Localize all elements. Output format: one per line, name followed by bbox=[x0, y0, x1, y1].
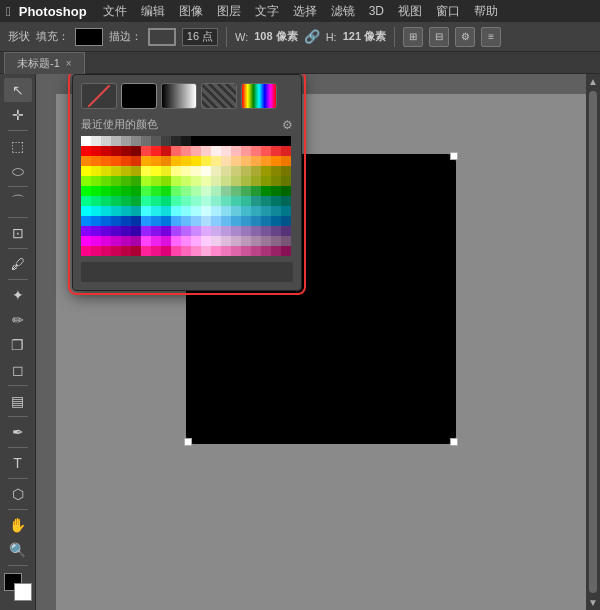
swatch-cell[interactable] bbox=[141, 166, 151, 176]
tool-marquee-ellipse[interactable]: ⬭ bbox=[4, 159, 32, 183]
swatch-cell[interactable] bbox=[281, 156, 291, 166]
menu-help[interactable]: 帮助 bbox=[468, 1, 504, 22]
swatch-cell[interactable] bbox=[81, 166, 91, 176]
swatch-cell[interactable] bbox=[91, 176, 101, 186]
swatch-cell[interactable] bbox=[201, 166, 211, 176]
swatch-cell[interactable] bbox=[151, 236, 161, 246]
swatch-cell[interactable] bbox=[151, 166, 161, 176]
swatch-cell[interactable] bbox=[81, 246, 91, 256]
swatch-cell[interactable] bbox=[251, 196, 261, 206]
swatch-cell[interactable] bbox=[91, 236, 101, 246]
swatch-cell[interactable] bbox=[221, 196, 231, 206]
swatch-cell[interactable] bbox=[181, 226, 191, 236]
solid-fill-button[interactable] bbox=[121, 83, 157, 109]
swatch-cell[interactable] bbox=[241, 156, 251, 166]
swatch-cell[interactable] bbox=[211, 186, 221, 196]
stroke-color-swatch[interactable] bbox=[148, 28, 176, 46]
swatch-cell[interactable] bbox=[251, 156, 261, 166]
swatch-cell[interactable] bbox=[241, 166, 251, 176]
swatch-cell[interactable] bbox=[181, 236, 191, 246]
swatch-cell[interactable] bbox=[101, 196, 111, 206]
swatch-cell[interactable] bbox=[231, 246, 241, 256]
swatch-cell[interactable] bbox=[271, 136, 281, 146]
swatch-cell[interactable] bbox=[101, 186, 111, 196]
swatch-cell[interactable] bbox=[251, 226, 261, 236]
swatch-cell[interactable] bbox=[251, 246, 261, 256]
swatch-cell[interactable] bbox=[191, 156, 201, 166]
swatch-cell[interactable] bbox=[261, 136, 271, 146]
swatch-cell[interactable] bbox=[181, 156, 191, 166]
arrange-btn[interactable]: ⊟ bbox=[429, 27, 449, 47]
swatch-cell[interactable] bbox=[181, 246, 191, 256]
swatch-cell[interactable] bbox=[281, 246, 291, 256]
swatch-cell[interactable] bbox=[91, 186, 101, 196]
swatch-cell[interactable] bbox=[191, 226, 201, 236]
swatch-cell[interactable] bbox=[221, 156, 231, 166]
swatch-cell[interactable] bbox=[231, 236, 241, 246]
swatch-cell[interactable] bbox=[251, 166, 261, 176]
popup-settings-icon[interactable]: ⚙ bbox=[282, 118, 293, 132]
swatch-cell[interactable] bbox=[231, 136, 241, 146]
swatch-cell[interactable] bbox=[111, 136, 121, 146]
transform-handle-bottom-right[interactable] bbox=[450, 438, 458, 446]
swatch-cell[interactable] bbox=[141, 246, 151, 256]
swatch-cell[interactable] bbox=[151, 246, 161, 256]
swatch-cell[interactable] bbox=[241, 136, 251, 146]
swatch-cell[interactable] bbox=[121, 186, 131, 196]
swatch-cell[interactable] bbox=[211, 176, 221, 186]
scroll-down-arrow[interactable]: ▼ bbox=[586, 595, 600, 610]
swatch-cell[interactable] bbox=[81, 136, 91, 146]
swatch-cell[interactable] bbox=[121, 236, 131, 246]
swatch-cell[interactable] bbox=[281, 146, 291, 156]
swatch-cell[interactable] bbox=[151, 226, 161, 236]
swatch-cell[interactable] bbox=[151, 176, 161, 186]
swatch-cell[interactable] bbox=[281, 206, 291, 216]
swatch-cell[interactable] bbox=[241, 226, 251, 236]
fg-bg-color-swatches[interactable] bbox=[4, 573, 32, 601]
swatch-cell[interactable] bbox=[271, 176, 281, 186]
swatch-cell[interactable] bbox=[111, 166, 121, 176]
swatch-cell[interactable] bbox=[271, 246, 281, 256]
swatch-cell[interactable] bbox=[151, 146, 161, 156]
swatch-cell[interactable] bbox=[261, 216, 271, 226]
swatch-cell[interactable] bbox=[211, 166, 221, 176]
swatch-cell[interactable] bbox=[211, 206, 221, 216]
swatch-cell[interactable] bbox=[161, 226, 171, 236]
swatch-cell[interactable] bbox=[211, 236, 221, 246]
swatch-cell[interactable] bbox=[81, 196, 91, 206]
swatch-cell[interactable] bbox=[201, 206, 211, 216]
menu-image[interactable]: 图像 bbox=[173, 1, 209, 22]
swatch-cell[interactable] bbox=[241, 246, 251, 256]
swatch-cell[interactable] bbox=[141, 136, 151, 146]
swatch-cell[interactable] bbox=[121, 146, 131, 156]
swatch-cell[interactable] bbox=[221, 136, 231, 146]
swatch-cell[interactable] bbox=[91, 206, 101, 216]
swatch-cell[interactable] bbox=[181, 196, 191, 206]
tool-move[interactable]: ✛ bbox=[4, 103, 32, 127]
swatch-cell[interactable] bbox=[281, 136, 291, 146]
swatch-cell[interactable] bbox=[111, 146, 121, 156]
swatch-cell[interactable] bbox=[211, 156, 221, 166]
pattern-fill-button[interactable] bbox=[201, 83, 237, 109]
swatch-cell[interactable] bbox=[121, 226, 131, 236]
swatch-cell[interactable] bbox=[91, 216, 101, 226]
swatch-cell[interactable] bbox=[281, 216, 291, 226]
transform-handle-bottom-left[interactable] bbox=[184, 438, 192, 446]
swatch-cell[interactable] bbox=[261, 176, 271, 186]
swatch-cell[interactable] bbox=[261, 206, 271, 216]
tool-hand[interactable]: ✋ bbox=[4, 513, 32, 537]
swatch-cell[interactable] bbox=[141, 156, 151, 166]
swatch-cell[interactable] bbox=[101, 176, 111, 186]
swatch-cell[interactable] bbox=[161, 136, 171, 146]
swatch-cell[interactable] bbox=[221, 166, 231, 176]
swatch-cell[interactable] bbox=[211, 246, 221, 256]
swatch-cell[interactable] bbox=[191, 146, 201, 156]
swatch-cell[interactable] bbox=[171, 246, 181, 256]
swatch-cell[interactable] bbox=[141, 206, 151, 216]
swatch-cell[interactable] bbox=[81, 216, 91, 226]
swatch-cell[interactable] bbox=[171, 156, 181, 166]
swatch-cell[interactable] bbox=[121, 166, 131, 176]
swatch-cell[interactable] bbox=[101, 216, 111, 226]
swatch-cell[interactable] bbox=[181, 186, 191, 196]
swatch-cell[interactable] bbox=[171, 226, 181, 236]
